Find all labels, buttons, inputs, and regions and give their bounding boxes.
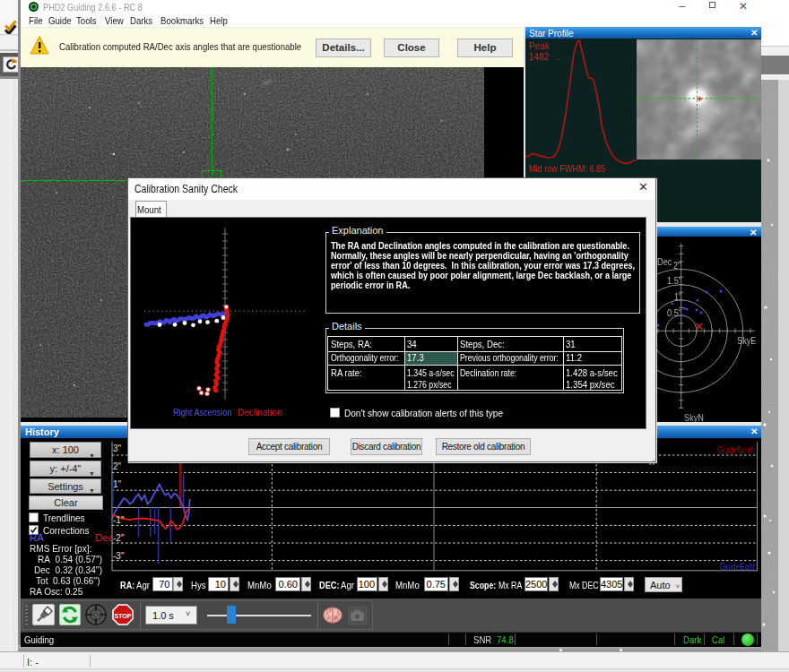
svg-text:STOP: STOP bbox=[115, 613, 132, 619]
svg-text:✕: ✕ bbox=[694, 320, 704, 333]
